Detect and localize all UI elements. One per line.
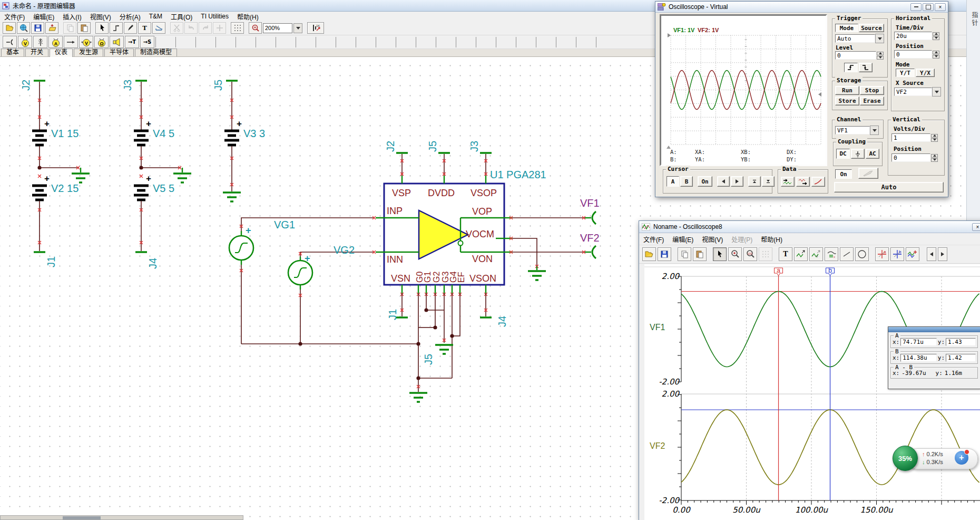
menu-file[interactable]: 文件(F): [0, 12, 29, 22]
storage-erase-button[interactable]: Erase: [860, 97, 884, 105]
tab-switches[interactable]: 开关: [25, 49, 48, 56]
yt-mode-button[interactable]: Y/T: [896, 69, 915, 77]
zoom-level-value[interactable]: 200%: [263, 23, 292, 33]
scope8-cursor-b-button[interactable]: b: [890, 247, 904, 261]
vscope-maximize-button[interactable]: [923, 3, 934, 11]
probe-calibrate-button[interactable]: [858, 168, 878, 179]
cursor-bottom-button[interactable]: [762, 176, 775, 187]
scope8-titlebar[interactable]: Noname - Oscilloscope8 ×: [639, 221, 980, 233]
scope8-close-button[interactable]: ×: [972, 223, 980, 231]
scope8-wave-query-button[interactable]: ?: [809, 247, 823, 261]
menu-insert[interactable]: 插入(I): [58, 12, 85, 22]
measure-b-x-field[interactable]: 114.38u: [900, 354, 937, 362]
source-vg2[interactable]: + VG2: [288, 244, 376, 344]
volts-div-input[interactable]: 1: [891, 133, 930, 142]
paste-button[interactable]: [77, 22, 91, 34]
cursor-b-flag[interactable]: b: [826, 267, 835, 276]
h-position-down[interactable]: [933, 55, 939, 59]
scope8-next-button[interactable]: [938, 247, 947, 261]
yx-mode-button[interactable]: Y/X: [916, 69, 935, 77]
measure-panel-titlebar[interactable]: [888, 327, 980, 332]
scope8-paste-button[interactable]: [693, 247, 707, 261]
menu-edit[interactable]: 编辑(E): [29, 12, 58, 22]
scope8-open-button[interactable]: [642, 247, 656, 261]
time-div-input[interactable]: 20u: [894, 32, 932, 40]
tab-manufacturer-models[interactable]: 制造商模型: [135, 49, 177, 56]
x-source-select[interactable]: VF2: [894, 88, 932, 96]
measure-a-y-field[interactable]: 1.43: [946, 338, 976, 346]
common-wire[interactable]: [241, 342, 418, 345]
cursor-on-button[interactable]: On: [698, 176, 712, 187]
scope8-zoom-in-button[interactable]: [728, 247, 742, 261]
to-t-button[interactable]: →T: [125, 36, 139, 48]
storage-run-button[interactable]: Run: [835, 86, 859, 95]
cursor-right-button[interactable]: [731, 176, 743, 187]
scope8-zoom-100-button[interactable]: 100: [743, 247, 757, 261]
sheet-tab[interactable]: [63, 516, 101, 519]
channel-select[interactable]: VF1: [835, 126, 870, 134]
scope8-circle-button[interactable]: [855, 247, 869, 261]
cursor-a-button[interactable]: A: [667, 176, 679, 187]
v-position-up[interactable]: [931, 154, 938, 158]
scope8-grid-button[interactable]: [759, 247, 772, 261]
snap-button[interactable]: [213, 22, 226, 34]
text-tool-button[interactable]: T: [138, 22, 151, 34]
scope8-wave-up-button[interactable]: [794, 247, 808, 261]
chip-u1-pga281[interactable]: J2 J5 J3 U1 PGA281 VSP DVDD VSOP INP VOP…: [376, 141, 546, 296]
measure-b-y-field[interactable]: 1.42: [946, 354, 976, 362]
current-probe-button[interactable]: [33, 36, 47, 48]
trigger-mode-dropdown[interactable]: [875, 34, 884, 43]
v-position-down[interactable]: [931, 158, 938, 162]
scope8-menu-process[interactable]: 处理(P): [727, 234, 757, 244]
menu-analysis[interactable]: 分析(A): [115, 12, 145, 22]
pen-tool-button[interactable]: [124, 22, 137, 34]
to-s-button[interactable]: →S: [140, 36, 154, 48]
find-button[interactable]: [17, 22, 30, 34]
save-button[interactable]: [31, 22, 44, 34]
scope8-menu-file[interactable]: 文件(F): [639, 234, 668, 244]
trigger-mode-button[interactable]: Mode: [835, 24, 858, 32]
export-button[interactable]: [45, 22, 58, 34]
scope8-copy-button[interactable]: [678, 247, 691, 261]
h-position-up[interactable]: [933, 51, 939, 54]
wire-tool-button[interactable]: [110, 22, 123, 34]
download-badge[interactable]: 35% ↑ 0.2K/s ↓ 0.3K/s +: [893, 445, 980, 473]
oscilloscope8-window[interactable]: Noname - Oscilloscope8 × 文件(F) 编辑(E) 视图(…: [639, 220, 980, 520]
tab-sources[interactable]: 发生源: [74, 49, 103, 56]
schematic-drawing[interactable]: + + J2 V1 15 V2 15 J1: [0, 57, 653, 520]
output-wiring[interactable]: VF1 VF2: [504, 197, 600, 280]
data-curve-button[interactable]: [811, 177, 825, 187]
signal-meter-button[interactable]: V: [79, 36, 93, 48]
trigger-level-down[interactable]: [877, 56, 884, 60]
ohmmeter-button[interactable]: Ω: [94, 36, 109, 48]
voltmeter-button[interactable]: V: [18, 36, 32, 48]
sheet-tab-bar[interactable]: [0, 515, 243, 520]
scope8-formula-button[interactable]: x: [825, 247, 838, 261]
storage-store-button[interactable]: Store: [835, 97, 859, 105]
time-div-down[interactable]: [933, 36, 939, 40]
x-source-dropdown[interactable]: [932, 87, 941, 97]
channel-dropdown[interactable]: [870, 126, 879, 135]
volts-div-up[interactable]: [931, 134, 938, 138]
trigger-falling-edge-button[interactable]: [859, 63, 873, 72]
scope8-menu-view[interactable]: 视图(V): [698, 234, 727, 244]
node-arrow-button[interactable]: [64, 36, 78, 48]
trigger-mode-select[interactable]: Auto: [835, 34, 875, 43]
scope8-multiwave-button[interactable]: [906, 247, 919, 261]
measure-a-x-field[interactable]: 74.71u: [900, 338, 937, 346]
scope8-cursor-a-button[interactable]: a: [875, 247, 889, 261]
h-position-input[interactable]: 0: [894, 50, 932, 59]
volts-div-down[interactable]: [931, 138, 938, 142]
scope8-text-button[interactable]: T: [779, 247, 792, 261]
gain-pin-wiring[interactable]: J1 J4 J5: [387, 293, 508, 402]
channel-on-button[interactable]: On: [835, 169, 852, 179]
badge-progress[interactable]: 35%: [893, 446, 918, 471]
scope8-menu-help[interactable]: 帮助(H): [757, 234, 787, 244]
cursor-a-flag[interactable]: a: [775, 267, 783, 276]
trigger-level-up[interactable]: [877, 52, 884, 55]
zoom-level-dropdown[interactable]: [293, 23, 302, 33]
menu-tm[interactable]: T&M: [145, 12, 166, 21]
v-position-input[interactable]: 0: [891, 153, 930, 162]
select-tool-button[interactable]: [95, 22, 109, 34]
last-component-button[interactable]: 1K: [307, 22, 324, 34]
